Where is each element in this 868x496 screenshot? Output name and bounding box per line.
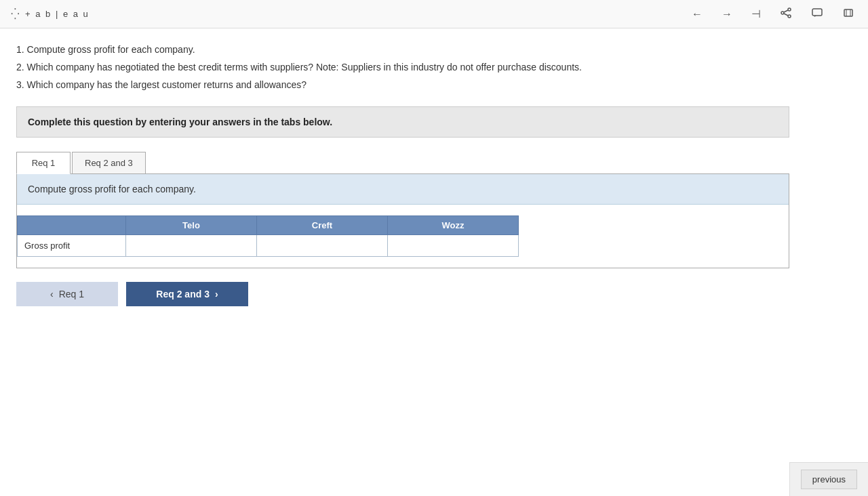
instructions: 1. Compute gross profit for each company…	[16, 42, 797, 93]
tab-req1[interactable]: Req 1	[16, 152, 71, 174]
prev-button[interactable]: ‹ Req 1	[16, 282, 118, 306]
table-row: Gross profit	[18, 235, 519, 257]
instruction-box-text: Complete this question by entering your …	[28, 117, 332, 127]
data-table: Telo Creft Wozz Gross profit	[17, 215, 519, 257]
nav-back-button[interactable]: ←	[689, 7, 705, 22]
wozz-input-cell[interactable]	[388, 235, 519, 257]
gross-profit-label: Gross profit	[18, 235, 126, 257]
prev-label: Req 1	[59, 289, 84, 299]
instruction-1: 1. Compute gross profit for each company…	[16, 42, 797, 58]
nav-forward-button[interactable]: →	[719, 7, 735, 22]
svg-rect-5	[812, 9, 822, 16]
next-button[interactable]: Req 2 and 3 ›	[126, 282, 248, 306]
app-logo: ⁛ + a b | e a u	[11, 7, 90, 20]
table-header-row: Telo Creft Wozz	[18, 216, 519, 235]
topbar: ⁛ + a b | e a u ← → ⊣	[0, 0, 868, 28]
table-area: Telo Creft Wozz Gross profit	[17, 205, 789, 268]
creft-input[interactable]	[261, 238, 383, 253]
nav-buttons: ‹ Req 1 Req 2 and 3 ›	[16, 282, 797, 306]
svg-rect-6	[844, 9, 852, 16]
svg-line-3	[784, 10, 788, 12]
instruction-3: 3. Which company has the largest custome…	[16, 77, 797, 94]
next-icon: ›	[215, 289, 218, 299]
header-creft: Creft	[257, 216, 388, 235]
grid-icon: ⁛	[11, 7, 21, 20]
svg-line-4	[784, 14, 788, 16]
tab-description: Compute gross profit for each company.	[17, 174, 789, 205]
nav-comment-button[interactable]	[808, 6, 826, 22]
header-wozz: Wozz	[388, 216, 519, 235]
svg-point-1	[788, 15, 791, 18]
instruction-2: 2. Which company has negotiated the best…	[16, 60, 797, 76]
telo-input-cell[interactable]	[126, 235, 257, 257]
nav-fullscreen-button[interactable]	[840, 6, 857, 22]
nav-share-button[interactable]	[777, 6, 795, 22]
prev-icon: ‹	[50, 289, 54, 299]
telo-input[interactable]	[130, 238, 252, 253]
logo-text: + a b | e a u	[25, 9, 90, 19]
header-empty	[18, 216, 126, 235]
tab-req2and3[interactable]: Req 2 and 3	[72, 152, 146, 173]
main-content: 1. Compute gross profit for each company…	[0, 28, 814, 320]
topbar-nav: ← → ⊣	[689, 6, 857, 22]
wozz-input[interactable]	[392, 238, 514, 253]
svg-point-2	[781, 12, 784, 14]
instruction-box: Complete this question by entering your …	[16, 106, 789, 138]
tabs-container: Req 1 Req 2 and 3	[16, 151, 789, 174]
header-telo: Telo	[126, 216, 257, 235]
tab-content: Compute gross profit for each company. T…	[16, 174, 789, 268]
svg-point-0	[788, 8, 791, 11]
next-label: Req 2 and 3	[156, 289, 210, 299]
nav-first-button[interactable]: ⊣	[749, 6, 764, 22]
creft-input-cell[interactable]	[257, 235, 388, 257]
